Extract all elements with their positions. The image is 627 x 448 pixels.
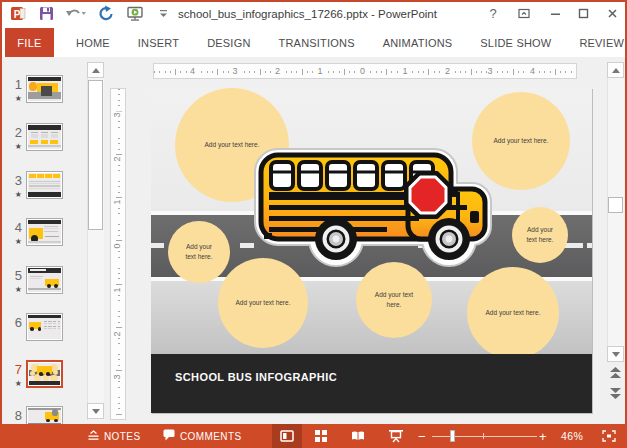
slide-thumbnail-number: 8	[4, 408, 22, 423]
redo-icon[interactable]	[98, 5, 115, 22]
horizontal-ruler: 432101234	[153, 63, 577, 79]
ribbon-display-options-icon[interactable]	[513, 4, 535, 23]
slide-thumbnail-number: 4	[4, 220, 22, 235]
slide-thumbnail-art	[28, 315, 61, 339]
slide-thumbnail-art	[28, 77, 61, 101]
ruler-label: 2	[112, 155, 122, 162]
tab-home[interactable]: HOME	[62, 28, 124, 57]
close-icon[interactable]	[601, 4, 623, 23]
school-bus-graphic[interactable]	[256, 147, 490, 271]
save-icon[interactable]	[38, 5, 55, 22]
undo-icon[interactable]	[65, 5, 87, 22]
zoom-out-button[interactable]: −	[418, 424, 426, 448]
tab-transitions[interactable]: TRANSITIONS	[265, 28, 369, 57]
thumbnail-scroll-up-icon[interactable]	[87, 62, 104, 78]
slide-footer-band: SCHOOL BUS INFOGRAPHIC	[151, 354, 592, 413]
animation-star-icon: ★	[4, 285, 22, 294]
ruler-label: 4	[529, 66, 536, 76]
fit-to-window-icon	[602, 430, 616, 442]
slide-show-icon	[389, 430, 403, 443]
slide-thumbnail-7[interactable]	[26, 360, 63, 388]
ruler-label: 4	[189, 66, 196, 76]
slide-thumbnail-1[interactable]	[26, 75, 63, 103]
notes-icon	[88, 430, 99, 443]
slide-sorter-icon	[315, 430, 327, 442]
thumbnail-scroll-down-icon[interactable]	[87, 403, 104, 419]
notes-button[interactable]: NOTES	[88, 424, 140, 448]
slide-thumbnail-art	[29, 363, 60, 385]
animation-star-icon: ★	[4, 237, 22, 246]
powerpoint-logo-icon: P	[10, 5, 27, 22]
road-dash	[587, 243, 592, 248]
ruler-label: 0	[112, 243, 122, 250]
window-border-top	[0, 0, 627, 2]
maximize-icon[interactable]	[572, 4, 594, 23]
help-icon[interactable]: ?	[482, 4, 504, 23]
slide-scroll-up-icon[interactable]	[607, 62, 624, 78]
ruler-label: 1	[317, 66, 324, 76]
customize-quick-access-icon[interactable]	[158, 5, 170, 22]
slide-scroll-down-icon[interactable]	[607, 346, 624, 362]
text-placeholder-circle[interactable]: Add your text here.	[467, 267, 559, 359]
start-slideshow-icon[interactable]	[126, 5, 146, 22]
slide-thumbnail-art	[28, 173, 61, 197]
ruler-label: 3	[112, 111, 122, 118]
slide-thumbnail-art	[28, 268, 61, 292]
road-dash	[151, 243, 164, 248]
comments-label: COMMENTS	[180, 431, 242, 442]
next-slide-icon[interactable]	[609, 385, 622, 403]
slide-title[interactable]: SCHOOL BUS INFOGRAPHIC	[175, 371, 337, 383]
slide-show-view-button[interactable]	[381, 424, 411, 448]
tab-slide-show[interactable]: SLIDE SHOW	[466, 28, 565, 57]
zoom-level[interactable]: 46%	[561, 424, 583, 448]
ruler-label: 1	[402, 66, 409, 76]
slide-thumbnail-2[interactable]	[26, 123, 63, 151]
slide-thumbnail-3[interactable]	[26, 171, 63, 199]
status-bar: NOTES COMMENTS − + 46%	[0, 424, 627, 448]
slide-thumbnail-6[interactable]	[26, 313, 63, 341]
slide-thumbnail-5[interactable]	[26, 266, 63, 294]
fit-to-window-button[interactable]	[594, 424, 624, 448]
tab-review[interactable]: REVIEW	[565, 28, 627, 57]
slide-sorter-view-button[interactable]	[306, 424, 336, 448]
placeholder-text: Add your text here.	[485, 308, 542, 318]
previous-slide-icon[interactable]	[609, 366, 622, 384]
animation-star-icon: ★	[4, 379, 22, 388]
text-placeholder-circle[interactable]: Add your text here.	[168, 221, 230, 283]
slide-thumbnail-art	[28, 220, 61, 244]
comments-icon	[163, 429, 175, 443]
ruler-label: 2	[274, 66, 281, 76]
reading-view-icon	[351, 430, 365, 442]
normal-view-icon	[280, 430, 294, 442]
ruler-label: 1	[112, 286, 122, 293]
tab-design[interactable]: DESIGN	[193, 28, 264, 57]
animation-star-icon: ★	[4, 142, 22, 151]
vertical-ruler: 3210123	[110, 88, 126, 420]
tab-file[interactable]: FILE	[5, 28, 54, 57]
text-placeholder-circle[interactable]: Add your text here.	[356, 262, 432, 338]
slide-thumbnail-number: 1	[4, 77, 22, 92]
normal-view-button[interactable]	[272, 424, 302, 448]
zoom-in-button[interactable]: +	[539, 424, 547, 448]
text-placeholder-circle[interactable]: Add your text here.	[512, 207, 568, 263]
slide-thumbnail-8[interactable]	[26, 406, 63, 424]
animation-star-icon: ★	[4, 190, 22, 199]
placeholder-text: Add your text here.	[235, 298, 291, 308]
tab-insert[interactable]: INSERT	[124, 28, 193, 57]
comments-button[interactable]: COMMENTS	[163, 424, 242, 448]
window-border-left	[0, 0, 2, 448]
text-placeholder-circle[interactable]: Add your text here.	[218, 258, 308, 348]
reading-view-button[interactable]	[343, 424, 373, 448]
svg-text:P: P	[14, 9, 21, 20]
zoom-slider-midpoint	[483, 433, 484, 439]
thumbnail-scrollbar-thumb[interactable]	[88, 80, 103, 230]
ruler-label: 3	[112, 374, 122, 381]
zoom-slider-thumb[interactable]	[450, 430, 455, 442]
ruler-label: 3	[487, 66, 494, 76]
minimize-icon[interactable]	[544, 4, 566, 23]
tab-animations[interactable]: ANIMATIONS	[369, 28, 467, 57]
slide-scrollbar-thumb[interactable]	[608, 197, 623, 213]
slide-thumbnail-4[interactable]	[26, 218, 63, 246]
zoom-slider-track[interactable]	[432, 436, 537, 438]
slide-canvas[interactable]: Add your text here.Add your text here.Ad…	[151, 88, 592, 413]
